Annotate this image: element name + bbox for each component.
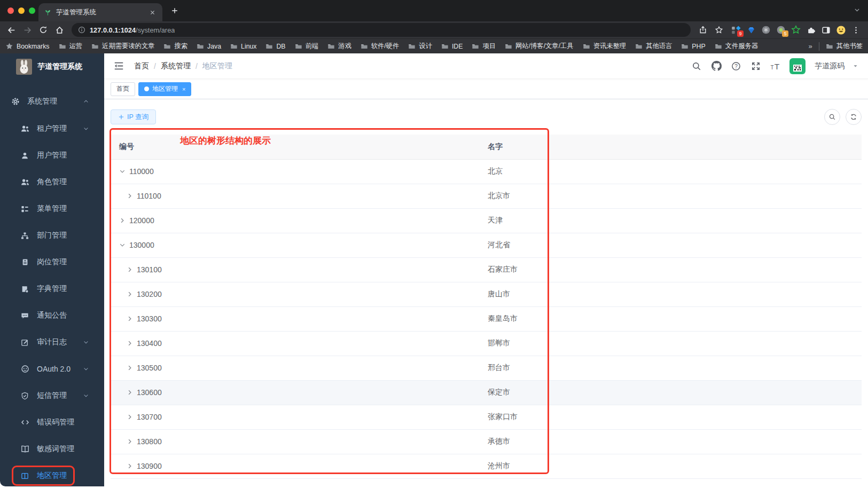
expand-row-icon[interactable] <box>127 316 133 322</box>
table-row[interactable]: 130300秦皇岛市 <box>111 306 862 331</box>
site-info-icon[interactable] <box>78 26 85 34</box>
side-panel-icon[interactable] <box>820 24 832 36</box>
expand-row-icon[interactable] <box>127 365 133 371</box>
sidebar-item-user[interactable]: 用户管理 <box>0 142 104 169</box>
bookmark-folder[interactable]: 前端 <box>295 42 319 51</box>
sidebar-item-oauth2[interactable]: OAuth 2.0 <box>0 356 104 382</box>
reload-icon[interactable] <box>36 23 50 37</box>
sidebar-item-area[interactable]: 地区管理 <box>0 462 104 486</box>
table-row[interactable]: 130400邯郸市 <box>111 331 862 356</box>
green-star-extension-icon[interactable] <box>790 24 802 36</box>
sidebar-item-role[interactable]: 角色管理 <box>0 169 104 195</box>
user-avatar[interactable] <box>789 58 806 74</box>
sidebar-item-notice[interactable]: 通知公告 <box>0 302 104 329</box>
expand-row-icon[interactable] <box>127 291 133 297</box>
gem-extension-icon[interactable] <box>745 24 757 36</box>
eagle-extension-icon[interactable]: 9 <box>730 24 742 36</box>
table-row[interactable]: 120000天津 <box>111 208 862 233</box>
table-row[interactable]: 130500邢台市 <box>111 356 862 380</box>
circle-extension-icon[interactable] <box>760 24 772 36</box>
menu-dots-icon[interactable] <box>850 24 862 36</box>
bookmark-folder[interactable]: 项目 <box>472 42 496 51</box>
table-row[interactable]: 130200唐山市 <box>111 282 862 306</box>
ip-query-button[interactable]: IP 查询 <box>111 109 156 124</box>
user-name[interactable]: 芋道源码 <box>815 61 844 71</box>
profile-emoji-icon[interactable] <box>835 24 847 36</box>
bookmark-star-icon[interactable] <box>712 23 726 37</box>
expand-row-icon[interactable] <box>127 340 133 346</box>
bookmark-folder[interactable]: Java <box>197 43 221 50</box>
expand-row-icon[interactable] <box>127 463 133 469</box>
expand-row-icon[interactable] <box>119 217 126 224</box>
tab-close-icon[interactable] <box>147 7 157 17</box>
bookmark-folder[interactable]: 搜索 <box>163 42 187 51</box>
bookmarks-overflow-chevron[interactable]: » <box>809 42 812 50</box>
back-icon[interactable] <box>4 23 18 37</box>
expand-row-icon[interactable] <box>127 438 133 445</box>
table-row[interactable]: 130700张家口市 <box>111 405 862 429</box>
bookmark-folder[interactable]: 资讯未整理 <box>583 42 626 51</box>
table-row[interactable]: 131000廊坊市 <box>111 478 862 486</box>
expand-row-icon[interactable] <box>127 389 133 396</box>
breadcrumb-item[interactable]: 系统管理 <box>161 61 191 71</box>
zoom-window-button[interactable] <box>29 7 35 14</box>
table-row[interactable]: 130000河北省 <box>111 233 862 257</box>
table-row[interactable]: 110000北京 <box>111 159 862 184</box>
github-icon[interactable] <box>710 60 722 72</box>
collapse-row-icon[interactable] <box>119 168 126 175</box>
expand-row-icon[interactable] <box>127 266 133 273</box>
table-row[interactable]: 130100石家庄市 <box>111 257 862 282</box>
table-search-button[interactable] <box>824 109 840 125</box>
tag-地区管理[interactable]: 地区管理× <box>138 82 191 96</box>
table-row[interactable]: 110100北京市 <box>111 184 862 208</box>
bookmark-folder[interactable]: IDE <box>441 43 463 50</box>
sidebar-fold-icon[interactable] <box>111 58 127 74</box>
sidebar-item-post[interactable]: 岗位管理 <box>0 249 104 275</box>
question-icon[interactable]: ? <box>730 60 742 72</box>
home-icon[interactable] <box>52 23 66 37</box>
bookmark-folder[interactable]: 网站/博客/文章/工具 <box>505 42 574 51</box>
sidebar-item-sms[interactable]: 短信管理 <box>0 382 104 409</box>
puzzle-extensions-icon[interactable] <box>805 24 817 36</box>
sidebar-item-error-code[interactable]: 错误码管理 <box>0 409 104 436</box>
table-row[interactable]: 130800承德市 <box>111 429 862 454</box>
fullscreen-icon[interactable] <box>750 60 762 72</box>
table-row[interactable]: 130900沧州市 <box>111 454 862 478</box>
bookmarks-root[interactable]: Bookmarks <box>5 42 50 50</box>
share-icon[interactable] <box>696 23 710 37</box>
other-bookmarks[interactable]: 其他书签 <box>826 42 863 51</box>
sidebar-item-tenant[interactable]: 租户管理 <box>0 115 104 142</box>
search-icon[interactable] <box>691 60 702 72</box>
user-caret-down-icon[interactable] <box>853 63 858 69</box>
bookmark-folder[interactable]: PHP <box>681 43 705 50</box>
font-size-icon[interactable]: TT <box>770 60 781 72</box>
sidebar-logo[interactable]: 芋道管理系统 <box>0 53 104 80</box>
bookmark-folder[interactable]: 软件/硬件 <box>361 42 400 51</box>
collapse-row-icon[interactable] <box>119 242 126 248</box>
bookmark-folder[interactable]: 其他语言 <box>635 42 672 51</box>
window-controls[interactable] <box>7 7 35 14</box>
bookmark-folder[interactable]: 文件服务器 <box>715 42 758 51</box>
sidebar-item-sensitive-word[interactable]: 敏感词管理 <box>0 436 104 462</box>
sidebar-item-menu[interactable]: 菜单管理 <box>0 195 104 222</box>
tag-首页[interactable]: 首页 <box>111 82 135 96</box>
expand-row-icon[interactable] <box>127 414 133 420</box>
sidebar-item-dict[interactable]: 字典管理 <box>0 275 104 302</box>
forward-icon[interactable] <box>20 23 34 37</box>
bookmark-folder[interactable]: Linux <box>230 43 256 50</box>
tab-search-chevron-icon[interactable] <box>854 6 861 13</box>
table-row[interactable]: 130600保定市 <box>111 380 862 405</box>
new-tab-button[interactable] <box>168 4 182 18</box>
bookmark-folder[interactable]: 设计 <box>408 42 432 51</box>
bookmark-folder[interactable]: 运营 <box>59 42 83 51</box>
browser-tab[interactable]: 芋道管理系统 <box>38 3 162 21</box>
close-window-button[interactable] <box>7 7 14 14</box>
sidebar-item-audit-log[interactable]: 审计日志 <box>0 329 104 356</box>
bookmark-folder[interactable]: 近期需要读的文章 <box>91 42 154 51</box>
minimize-window-button[interactable] <box>18 7 25 14</box>
expand-row-icon[interactable] <box>127 193 133 199</box>
bookmark-folder[interactable]: 游戏 <box>327 42 351 51</box>
circle-dot-extension-icon[interactable]: 5 <box>775 24 787 36</box>
sidebar-item-system[interactable]: 系统管理 <box>0 88 104 115</box>
sidebar-item-dept[interactable]: 部门管理 <box>0 222 104 249</box>
